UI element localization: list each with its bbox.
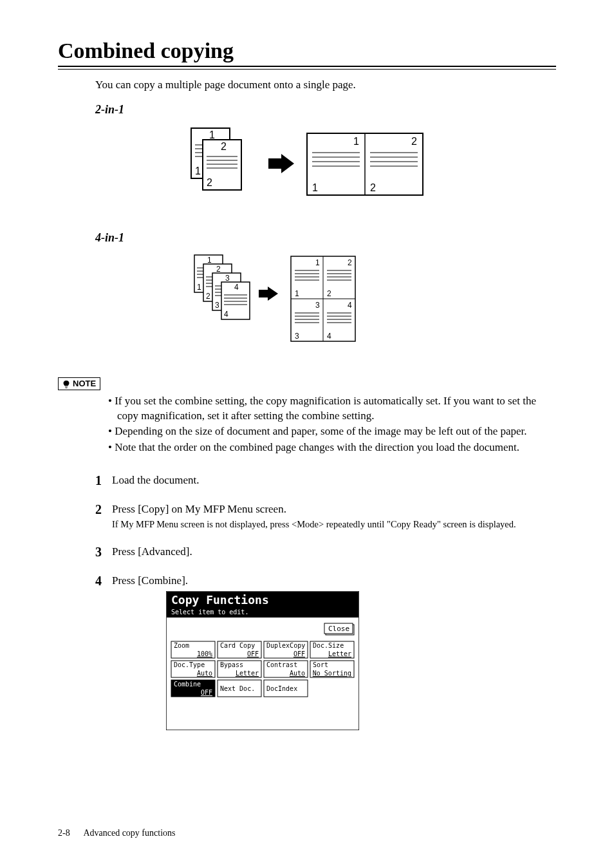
page-title: Combined copying [58, 39, 556, 63]
step-number: 4 [95, 572, 102, 590]
note-item: Depending on the size of document and pa… [108, 424, 556, 439]
svg-text:1: 1 [209, 129, 215, 140]
subhead-2in1: 2-in-1 [95, 103, 556, 117]
page-number: 2-8 [58, 828, 70, 838]
svg-text:2: 2 [207, 177, 212, 188]
svg-text:1: 1 [315, 258, 320, 267]
step-subtext: If My MFP Menu screen is not displayed, … [112, 518, 556, 531]
svg-text:3: 3 [215, 301, 219, 310]
step-text: Press [Advanced]. [112, 545, 192, 558]
svg-text:1: 1 [295, 289, 299, 298]
svg-marker-14 [268, 154, 294, 173]
step-2: 2 Press [Copy] on My MFP Menu screen. If… [95, 502, 556, 531]
svg-text:1: 1 [312, 182, 318, 193]
svg-text:2: 2 [221, 141, 227, 152]
svg-text:Bypass: Bypass [220, 661, 243, 668]
svg-text:4: 4 [348, 301, 352, 310]
svg-marker-57 [259, 287, 278, 301]
svg-text:2: 2 [348, 258, 352, 267]
svg-text:3: 3 [315, 301, 320, 310]
diagram-2in1: 1 1 2 2 1 2 [58, 123, 556, 216]
step-number: 2 [95, 501, 102, 518]
step-text: Press [Copy] on My MFP Menu screen. [112, 503, 286, 515]
steps-list: 1 Load the document. 2 Press [Copy] on M… [95, 473, 556, 735]
step-text: Press [Combine]. [112, 574, 188, 587]
note-item: Note that the order on the combined page… [108, 440, 556, 455]
svg-text:Card Copy: Card Copy [220, 642, 255, 649]
section-name: Advanced copy functions [83, 828, 175, 838]
note-icon [62, 380, 70, 389]
step-4: 4 Press [Combine]. Copy Functions Select… [95, 574, 556, 735]
lcd-close: Close [328, 625, 349, 633]
svg-text:2: 2 [327, 289, 331, 298]
subhead-4in1: 4-in-1 [95, 231, 556, 245]
intro-text: You can copy a multiple page document on… [95, 79, 556, 91]
svg-text:Sort: Sort [313, 661, 328, 668]
svg-text:Auto: Auto [290, 670, 305, 677]
page-footer: 2-8 Advanced copy functions [58, 828, 175, 838]
note-label: NOTE [58, 377, 100, 390]
svg-text:OFF: OFF [201, 689, 212, 696]
svg-text:OFF: OFF [293, 650, 305, 657]
svg-text:DocIndex: DocIndex [266, 685, 297, 692]
note-list: If you set the combine setting, the copy… [108, 394, 556, 456]
svg-text:1: 1 [197, 283, 201, 292]
svg-text:Letter: Letter [328, 650, 351, 657]
svg-text:Contrast: Contrast [266, 661, 297, 668]
svg-text:No Sorting: No Sorting [313, 670, 351, 677]
lcd-screenshot: Copy Functions Select item to edit. Clos… [166, 591, 556, 735]
svg-text:DuplexCopy: DuplexCopy [266, 642, 305, 649]
svg-text:4: 4 [224, 310, 228, 319]
svg-text:Next Doc.: Next Doc. [220, 685, 255, 692]
svg-text:3: 3 [225, 274, 230, 283]
svg-text:Letter: Letter [236, 670, 259, 677]
svg-text:2: 2 [206, 292, 210, 301]
svg-text:4: 4 [234, 283, 239, 292]
svg-text:2: 2 [411, 136, 417, 147]
diagram-4in1: 1 1 2 2 3 [58, 251, 556, 357]
step-text: Load the document. [112, 474, 200, 486]
svg-text:1: 1 [207, 256, 212, 265]
step-number: 1 [95, 472, 102, 489]
title-rule [58, 66, 556, 70]
step-3: 3 Press [Advanced]. [95, 545, 556, 560]
svg-text:1: 1 [195, 165, 201, 176]
svg-text:3: 3 [295, 332, 299, 341]
page-content: Combined copying You can copy a multiple… [0, 0, 614, 775]
lcd-title: Copy Functions [171, 593, 269, 607]
svg-text:Doc.Size: Doc.Size [313, 642, 344, 649]
svg-text:Doc.Type: Doc.Type [174, 661, 205, 668]
lcd-subtitle: Select item to edit. [171, 609, 248, 616]
svg-text:4: 4 [327, 332, 331, 341]
svg-text:100%: 100% [197, 650, 212, 657]
svg-text:Combine: Combine [174, 681, 201, 688]
svg-text:2: 2 [216, 265, 221, 274]
svg-text:Auto: Auto [197, 670, 212, 677]
svg-text:2: 2 [370, 182, 376, 193]
note-item: If you set the combine setting, the copy… [108, 394, 556, 424]
step-1: 1 Load the document. [95, 473, 556, 488]
note-text: NOTE [73, 379, 96, 388]
svg-text:Zoom: Zoom [174, 642, 189, 649]
step-number: 3 [95, 543, 102, 561]
svg-text:OFF: OFF [247, 650, 259, 657]
svg-text:1: 1 [353, 136, 359, 147]
